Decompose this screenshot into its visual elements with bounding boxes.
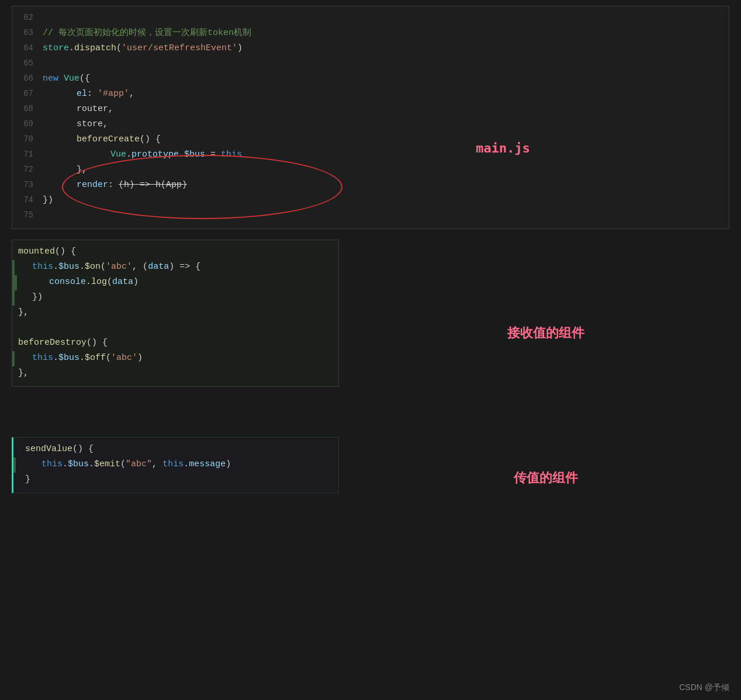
sending-label: 传值的组件 [514,469,578,487]
code-line-69: 69 store, [12,117,729,133]
line-number: 63 [12,26,43,40]
line-number: 67 [12,87,43,101]
line-content: store, [43,117,729,132]
code-line-68: 68 router, [12,102,729,117]
line-number: 74 [12,193,43,207]
line-content: Vue.prototype.$bus = this [43,148,729,162]
line-number: 70 [12,133,43,146]
code-line-empty [12,321,338,336]
annotation-receiving: 接收值的组件 [339,240,729,427]
line-number: 75 [12,209,43,222]
code-line-close-callback: }) [12,290,338,306]
line-number: 73 [12,178,43,192]
code-line-67: 67 el: '#app', [12,87,729,102]
line-content: new Vue({ [43,72,729,86]
code-block-mainjs: 62 63 // 每次页面初始化的时候，设置一次刷新token机制 64 sto… [12,6,729,229]
line-number: 64 [12,41,43,55]
code-line-before-destroy: beforeDestroy() { [12,336,338,351]
line-content: beforeDestroy() { [12,336,338,351]
line-content: beforeCreate() { [43,133,729,147]
code-line-64: 64 store.dispatch('user/setRefreshEvent'… [12,41,729,57]
line-content: mounted() { [12,245,338,259]
line-content: }) [43,193,729,208]
line-content: }, [12,306,338,320]
line-content: }, [12,366,338,381]
code-block-sending: sendValue() { this.$bus.$emit("abc", thi… [12,437,339,519]
code-line-62: 62 [12,11,729,26]
line-number: 68 [12,102,43,116]
code-line-bus-emit: this.$bus.$emit("abc", this.message) [13,458,338,473]
line-content: }) [15,290,338,305]
code-line-66: 66 new Vue({ [12,72,729,87]
code-line-mounted: mounted() { [12,245,338,260]
cb3-wrapper: sendValue() { this.$bus.$emit("abc", thi… [12,437,339,493]
mainjs-annotation: main.js [476,141,530,155]
section-sending: sendValue() { this.$bus.$emit("abc", thi… [12,437,729,519]
code-line-70: 70 beforeCreate() { [12,133,729,148]
code-line-75: 75 [12,209,729,224]
page-wrapper: 62 63 // 每次页面初始化的时候，设置一次刷新token机制 64 sto… [0,0,741,700]
line-number: 72 [12,163,43,176]
code-line-65: 65 [12,57,729,72]
code-block-receiving: mounted() { this.$bus.$on('abc', (data) … [12,240,339,427]
line-number: 66 [12,72,43,85]
line-content: }, [43,163,729,178]
line-content: router, [43,102,729,117]
code-line-bus-on: this.$bus.$on('abc', (data) => { [12,260,338,275]
receiving-label: 接收值的组件 [507,324,584,342]
line-content: store.dispatch('user/setRefreshEvent') [43,41,729,56]
code-line-bus-off: this.$bus.$off('abc') [12,351,338,366]
line-content: // 每次页面初始化的时候，设置一次刷新token机制 [43,26,729,41]
line-content: this.$bus.$emit("abc", this.message) [16,458,338,472]
line-content: render: (h) => h(App) [43,178,729,193]
code-line-72: 72 }, [12,163,729,178]
code-line-console-log: console.log(data) [12,275,338,290]
line-number: 62 [12,11,43,25]
code-line-63: 63 // 每次页面初始化的时候，设置一次刷新token机制 [12,26,729,41]
line-content: this.$bus.$on('abc', (data) => { [15,260,338,275]
code-line-close-send: } [13,473,338,488]
line-content: el: '#app', [43,87,729,102]
code-line-close-before-destroy: }, [12,366,338,382]
code-line-71: 71 Vue.prototype.$bus = this [12,148,729,163]
line-content: console.log(data) [17,275,338,290]
line-content: } [13,473,338,487]
section-receiving: mounted() { this.$bus.$on('abc', (data) … [12,240,729,427]
cb2-wrapper: mounted() { this.$bus.$on('abc', (data) … [12,240,339,387]
code-line-73: 73 render: (h) => h(App) [12,178,729,193]
watermark: CSDN @予倾 [679,682,729,693]
code-line-74: 74 }) [12,193,729,209]
line-number: 71 [12,148,43,161]
line-content: this.$bus.$off('abc') [15,351,338,366]
code-line-close-mounted: }, [12,306,338,321]
code-line-send-value: sendValue() { [13,442,338,458]
annotation-sending: 传值的组件 [339,437,729,519]
line-number: 69 [12,117,43,131]
line-content: sendValue() { [13,442,338,457]
line-number: 65 [12,57,43,70]
